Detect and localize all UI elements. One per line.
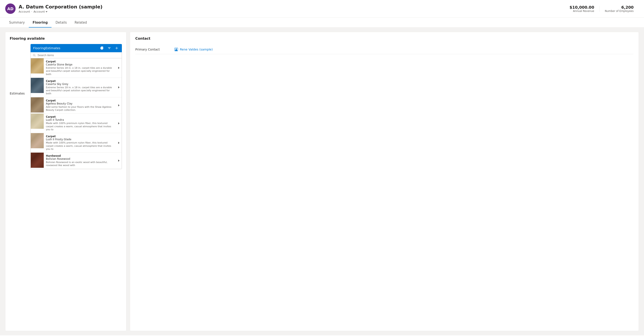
product-name: Ageless Beauty Clay	[46, 102, 114, 105]
entity-subtitle: Account · Account	[18, 10, 102, 13]
product-item[interactable]: HardwoodBolivian RosewoodBolivian Rosewo…	[31, 153, 122, 169]
chevron-right-icon	[116, 78, 122, 97]
product-name: Caserta Stone Beige	[46, 63, 114, 66]
estimates-block: FlooringEstimates	[30, 44, 122, 169]
chevron-right-icon	[116, 97, 122, 114]
chevron-right-icon	[116, 58, 122, 78]
left-panel: Flooring available Estimates FlooringEst…	[5, 32, 126, 331]
product-description: Extreme Series 18 in. x 18 in. carpet ti…	[46, 86, 114, 95]
product-item[interactable]: CarpetCaserta Sky GreyExtreme Series 18 …	[31, 78, 122, 97]
avatar: AD	[5, 4, 16, 14]
header-metrics: $10,000.00 Annual Revenue 6,200 Number o…	[564, 5, 639, 13]
estimates-toolbar-label: FlooringEstimates	[33, 46, 97, 50]
right-panel: Contact Primary Contact Rene Valdes (sam…	[130, 32, 639, 331]
employees-metric: 6,200 Number of Employees	[600, 5, 639, 13]
search-bar	[30, 52, 122, 58]
header-title-block: A. Datum Corporation (sample) Account · …	[18, 4, 102, 13]
annual-revenue-label: Annual Revenue	[570, 10, 594, 13]
svg-point-1	[176, 49, 177, 50]
tab-details[interactable]: Details	[52, 18, 70, 28]
sort-icon	[108, 46, 111, 50]
contact-person-icon	[174, 48, 178, 51]
contact-value: Rene Valdes (sample)	[174, 48, 213, 51]
chevron-right-icon	[116, 133, 122, 152]
product-list: CarpetCaserta Stone BeigeExtreme Series …	[30, 58, 122, 169]
product-item[interactable]: CarpetAgeless Beauty ClayAdd some fashio…	[31, 97, 122, 114]
nav-tabs: Summary Flooring Details Related	[0, 18, 644, 28]
product-item[interactable]: CarpetLush II TundraMade with 100% premi…	[31, 114, 122, 133]
product-item[interactable]: CarpetCaserta Stone BeigeExtreme Series …	[31, 58, 122, 78]
product-category: Carpet	[46, 80, 114, 83]
refresh-button[interactable]	[99, 46, 104, 51]
contact-row: Primary Contact Rene Valdes (sample)	[135, 45, 634, 54]
estimates-label-left: Estimates	[10, 44, 27, 169]
primary-contact-link[interactable]: Rene Valdes (sample)	[180, 48, 213, 51]
product-description: Made with 100% premium nylon fiber, this…	[46, 122, 114, 131]
product-category: Hardwood	[46, 154, 114, 157]
product-thumbnail	[31, 97, 44, 112]
left-panel-inner: Estimates FlooringEstimates	[10, 44, 122, 169]
product-description: Made with 100% premium nylon fiber, this…	[46, 141, 114, 151]
product-category: Carpet	[46, 99, 114, 102]
product-thumbnail	[31, 114, 44, 129]
add-button[interactable]	[114, 46, 119, 51]
refresh-icon	[100, 46, 104, 50]
main-content: Flooring available Estimates FlooringEst…	[0, 28, 644, 335]
tab-summary[interactable]: Summary	[5, 18, 29, 28]
add-icon	[115, 46, 118, 50]
header: AD A. Datum Corporation (sample) Account…	[0, 0, 644, 18]
search-input[interactable]	[38, 54, 120, 57]
employees-value: 6,200	[605, 5, 634, 10]
annual-revenue-value: $10,000.00	[570, 5, 594, 10]
subtitle-account1: Account	[18, 10, 30, 13]
product-name: Bolivian Rosewood	[46, 157, 114, 160]
product-category: Carpet	[46, 135, 114, 138]
tab-flooring[interactable]: Flooring	[29, 18, 52, 28]
estimates-toolbar: FlooringEstimates	[30, 44, 122, 52]
chevron-right-icon	[116, 114, 122, 133]
product-item[interactable]: CarpetLush II Frosty GladeMade with 100%…	[31, 133, 122, 153]
tab-related[interactable]: Related	[70, 18, 91, 28]
subtitle-dot: ·	[32, 10, 32, 13]
search-icon	[33, 54, 36, 57]
annual-revenue-metric: $10,000.00 Annual Revenue	[564, 5, 600, 13]
product-description: Extreme Series 18 in. x 18 in. carpet ti…	[46, 67, 114, 76]
product-thumbnail	[31, 58, 44, 74]
sort-button[interactable]	[107, 46, 112, 51]
chevron-right-icon	[116, 153, 122, 169]
product-description: Bolivian Rosewood is an exotic wood with…	[46, 161, 114, 167]
product-thumbnail	[31, 153, 44, 168]
product-category: Carpet	[46, 60, 114, 63]
flooring-panel-title: Flooring available	[10, 36, 122, 41]
employees-label: Number of Employees	[605, 10, 634, 13]
entity-title: A. Datum Corporation (sample)	[18, 4, 102, 10]
subtitle-account2-link[interactable]: Account	[34, 10, 48, 13]
contact-panel-title: Contact	[135, 36, 634, 41]
product-name: Lush II Frosty Glade	[46, 138, 114, 141]
product-thumbnail	[31, 133, 44, 148]
product-name: Caserta Sky Grey	[46, 83, 114, 86]
chevron-down-icon	[46, 11, 48, 12]
primary-contact-label: Primary Contact	[135, 48, 174, 51]
product-thumbnail	[31, 78, 44, 93]
product-name: Lush II Tundra	[46, 118, 114, 121]
product-category: Carpet	[46, 115, 114, 118]
product-description: Add some fashion to your floors with the…	[46, 106, 114, 112]
